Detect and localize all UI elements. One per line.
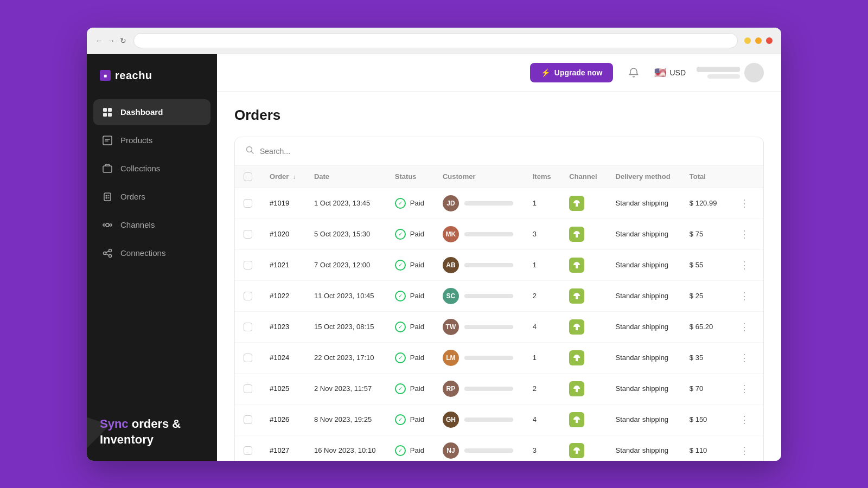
row-checkbox[interactable] (244, 354, 252, 362)
order-status: ✓ Paid (395, 291, 425, 301)
row-checkbox[interactable] (244, 261, 252, 269)
order-id: #1027 (270, 446, 289, 454)
sidebar-item-orders[interactable]: Orders (93, 184, 210, 210)
status-badge: Paid (410, 415, 424, 423)
user-avatar[interactable] (744, 63, 764, 82)
select-all-checkbox[interactable] (244, 172, 252, 181)
customer-cell: LM (443, 350, 515, 366)
minimize-button[interactable] (744, 37, 751, 44)
sidebar: ■ reachu Dashboard (87, 54, 217, 461)
customer-cell: MK (443, 226, 515, 242)
channel-icon (569, 350, 584, 365)
order-id: #1020 (270, 230, 289, 238)
avatar: MK (443, 226, 459, 242)
avatar: LM (443, 350, 459, 366)
sidebar-item-products[interactable]: Products (93, 127, 210, 153)
order-id: #1022 (270, 292, 289, 300)
browser-nav-buttons: ← → ↻ (95, 37, 127, 44)
order-total: $ 110 (681, 435, 727, 461)
row-more-button[interactable]: ⋮ (735, 195, 754, 211)
status-badge: Paid (410, 354, 424, 362)
avatar: AB (443, 257, 459, 273)
svg-rect-3 (108, 113, 112, 117)
col-items: Items (524, 166, 561, 188)
status-icon: ✓ (395, 198, 406, 209)
row-checkbox[interactable] (244, 415, 252, 424)
svg-rect-4 (103, 136, 112, 145)
order-id: #1026 (270, 415, 289, 423)
customer-name (464, 387, 513, 391)
row-more-button[interactable]: ⋮ (735, 257, 754, 273)
order-items: 3 (524, 435, 561, 461)
close-button[interactable] (766, 37, 773, 44)
order-id: #1021 (270, 261, 289, 269)
flag-icon: 🇺🇸 (654, 67, 666, 79)
maximize-button[interactable] (755, 37, 762, 44)
col-status: Status (386, 166, 434, 188)
search-input[interactable] (260, 147, 752, 156)
user-role (707, 74, 740, 79)
channel-icon (569, 443, 584, 458)
browser-window: ← → ↻ ■ reachu (87, 28, 781, 461)
notification-button[interactable] (624, 63, 643, 82)
order-date: 22 Oct 2023, 17:10 (305, 342, 386, 373)
address-bar[interactable] (133, 33, 738, 48)
row-checkbox[interactable] (244, 230, 252, 239)
dashboard-icon (102, 107, 113, 118)
status-badge: Paid (410, 323, 424, 331)
row-checkbox[interactable] (244, 384, 252, 393)
customer-cell: RP (443, 381, 515, 397)
status-badge: Paid (410, 384, 424, 393)
customer-cell: JD (443, 195, 515, 211)
row-checkbox[interactable] (244, 292, 252, 300)
row-more-button[interactable]: ⋮ (735, 319, 754, 335)
channel-icon (569, 412, 584, 427)
table-row: #1027 16 Nov 2023, 10:10 ✓ Paid NJ 3 (235, 435, 763, 461)
order-date: 5 Oct 2023, 15:30 (305, 219, 386, 249)
row-checkbox[interactable] (244, 446, 252, 455)
sidebar-item-collections[interactable]: Collections (93, 156, 210, 182)
delivery-method: Standar shipping (607, 373, 681, 404)
row-checkbox[interactable] (244, 199, 252, 208)
user-name (697, 67, 740, 72)
row-more-button[interactable]: ⋮ (735, 350, 754, 366)
col-actions (726, 166, 763, 188)
order-id: #1023 (270, 323, 289, 331)
sort-icon[interactable]: ↓ (293, 174, 296, 180)
status-badge: Paid (410, 199, 424, 207)
collections-icon (102, 163, 113, 174)
sidebar-item-label-products: Products (120, 136, 152, 145)
order-items: 2 (524, 280, 561, 311)
row-checkbox[interactable] (244, 323, 252, 331)
row-more-button[interactable]: ⋮ (735, 442, 754, 459)
back-button[interactable]: ← (95, 37, 103, 44)
browser-chrome: ← → ↻ (87, 28, 781, 54)
row-more-button[interactable]: ⋮ (735, 288, 754, 304)
sidebar-item-dashboard[interactable]: Dashboard (93, 99, 210, 125)
customer-name (464, 418, 513, 422)
upgrade-button[interactable]: ⚡ Upgrade now (530, 63, 614, 82)
channel-icon (569, 381, 584, 396)
sync-highlight: Sync (100, 417, 129, 431)
svg-rect-6 (104, 193, 111, 201)
search-bar (235, 137, 763, 166)
forward-button[interactable]: → (107, 37, 115, 44)
currency-selector[interactable]: 🇺🇸 USD (654, 67, 686, 79)
status-badge: Paid (410, 446, 424, 454)
order-items: 3 (524, 219, 561, 249)
sidebar-item-channels[interactable]: Channels (93, 212, 210, 238)
sidebar-item-connections[interactable]: Connections (93, 240, 210, 266)
svg-point-11 (110, 224, 112, 226)
row-more-button[interactable]: ⋮ (735, 226, 754, 242)
order-total: $ 75 (681, 219, 727, 249)
order-date: 2 Nov 2023, 11:57 (305, 373, 386, 404)
svg-point-8 (106, 197, 107, 198)
channel-icon (569, 319, 584, 335)
delivery-method: Standar shipping (607, 311, 681, 342)
row-more-button[interactable]: ⋮ (735, 381, 754, 397)
row-more-button[interactable]: ⋮ (735, 412, 754, 428)
svg-rect-2 (103, 113, 107, 117)
svg-rect-0 (103, 108, 107, 112)
refresh-button[interactable]: ↻ (119, 37, 127, 44)
order-status: ✓ Paid (395, 322, 425, 332)
